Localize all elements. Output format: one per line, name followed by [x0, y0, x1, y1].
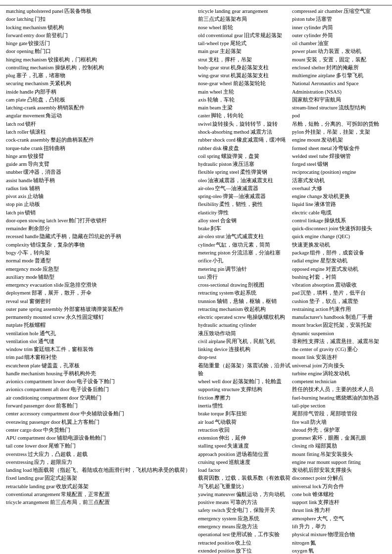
list-item: latching-crank assembly柄销装配件: [6, 104, 194, 112]
entry-zh: 对置式发动机: [326, 265, 358, 273]
entry-zh: 收起系统: [235, 289, 256, 297]
list-item: fuel-burning heating燃烧燃油的加热器: [292, 394, 386, 402]
entry-en: escutcheon plate: [6, 362, 41, 370]
list-item: friction摩擦力: [198, 394, 292, 402]
list-item: retractable landing gear收放式起落架: [6, 483, 194, 491]
list-item: enclosed shelter封闭的掩蔽所: [292, 64, 386, 72]
entry-en: ventilation slot: [6, 338, 37, 346]
entry-zh: 非刚性支撑法，减震悬挂、减震吊架: [292, 338, 379, 346]
entry-en: wheel well door: [198, 378, 232, 386]
list-item: forward passenger door前客舱门: [6, 402, 194, 410]
entry-zh: 调节油针: [225, 265, 247, 273]
entry-en: tail-wheel type: [198, 40, 229, 48]
entry-zh: 索环，眼圈，金属孔眼: [312, 434, 366, 442]
list-item: formed sheet metal冷弯钣金件: [292, 145, 386, 152]
entry-zh: 弹性: [218, 209, 229, 217]
list-item: avionics compartment aft door电子设备后舱门: [6, 386, 194, 394]
list-item: quick engine change (QEC)快速更换发动机: [292, 233, 386, 249]
entry-zh: 扭转曲柄: [44, 145, 65, 152]
entry-zh: 普通型: [35, 257, 51, 265]
entry-zh: 锁销: [25, 209, 36, 217]
entry-en: remainder: [6, 225, 27, 233]
entry-zh: 惯性: [212, 402, 223, 410]
list-item: avionics compartment lower door电子设备下舱门: [6, 378, 194, 386]
entry-en: vibration absorption: [292, 281, 334, 289]
list-item: emergency mode应急型: [6, 265, 194, 273]
list-item: spring-oleo弹簧—油液减震器: [198, 193, 292, 201]
entry-zh: 气缸，做功元素，筒简: [216, 241, 270, 249]
entry-zh: 大修: [311, 185, 322, 193]
list-item: hydraulic actuating cylinder液压致动作动筒: [198, 321, 292, 338]
list-item: grommet索环，眼圈，金属孔眼: [292, 434, 386, 442]
list-item: positive means可靠的方法: [198, 499, 292, 506]
entry-en: mount: [292, 56, 305, 64]
entry-en: formed sheet metal: [292, 145, 332, 152]
entry-zh: 过大应力，凸超载，超载: [28, 451, 88, 458]
entry-zh: 操纵线系: [324, 217, 346, 225]
list-item: engine rear mount support fitting发动机后部安装…: [292, 458, 386, 475]
entry-zh: 气动载荷: [215, 418, 237, 426]
entry-zh: 柔性，韧性，挠性: [219, 201, 263, 208]
entry-zh: 固定式起落架: [45, 474, 77, 482]
entry-en: latching-crank assembly: [6, 104, 56, 112]
entry-zh: 部署，展开，散开，开伞: [32, 289, 92, 297]
entry-zh: 脚轮，转向轮: [211, 112, 244, 120]
entry-zh: 角运动: [46, 112, 62, 120]
entry-en: caster: [198, 112, 210, 120]
entry-en: engine rear mount support fitting: [292, 458, 361, 466]
list-item: yawing maneuver偏航运动，方向动机: [198, 491, 292, 499]
entry-en: swivel: [198, 120, 211, 128]
entry-en: auxiliary mode: [6, 273, 37, 281]
entry-zh: 压缩空气室: [343, 7, 371, 15]
entry-zh: 快速拆卸接头: [340, 225, 372, 233]
entry-zh: 油液减震器，油液减震支柱: [208, 177, 273, 185]
list-item: remainder剩余部分: [6, 225, 194, 233]
entry-zh: 衬套，衬筒: [309, 273, 337, 281]
entry-en: air-oleo: [198, 185, 214, 193]
entry-en: universal joint: [292, 362, 322, 370]
list-item: door latching门扣: [6, 15, 194, 23]
entry-zh: 推力杆: [314, 506, 331, 514]
list-item: matching upholstered panel匹装备饰板: [6, 7, 194, 15]
entry-en: main gear: [198, 48, 219, 55]
entry-en: nose wheel: [198, 24, 221, 32]
list-item: controlling mechanism操纵机构，控制机构: [6, 64, 194, 72]
entry-zh: 失速速度: [227, 442, 249, 450]
entry-en: quick-disconnect joint: [292, 225, 339, 233]
list-item: pad沉垫，填料，垫片，低平台: [292, 289, 386, 297]
entry-zh: 通气缝: [38, 338, 54, 346]
entry-en: inside handle: [6, 88, 34, 96]
entry-en: multiengine airplane: [292, 72, 335, 80]
entry-en: coil spring: [198, 152, 220, 160]
entry-en: alloy steel: [198, 217, 219, 225]
entry-en: shock-absorbing method: [198, 128, 249, 136]
entry-zh: 橡皮盘: [223, 145, 239, 152]
entry-zh: 柔性弹簧钢: [240, 168, 267, 176]
entry-en: mount bracket: [292, 321, 322, 329]
entry-zh: 辅助型: [38, 273, 54, 281]
list-item: hinge arm铰接臂: [6, 152, 194, 160]
entry-en: tricycle arrangement: [6, 499, 49, 506]
entry-en: window trim: [6, 346, 33, 353]
list-item: center cargo door中央货舱门: [6, 426, 194, 434]
list-item: cock-crank assembly整起的曲柄装配件: [6, 136, 194, 144]
entry-zh: 空气—油液减震器: [215, 185, 258, 193]
entry-zh: 塞子，孔塞，堵塞物: [16, 72, 65, 80]
entry-zh: 分解点: [327, 474, 343, 482]
entry-zh: 旋转接头，旋转转节，旋转: [212, 120, 278, 128]
list-item: piston tube活塞管: [292, 15, 386, 23]
entry-en: landing load: [6, 466, 32, 474]
entry-zh: 锁杆: [25, 120, 36, 128]
entry-en: friction: [198, 394, 213, 402]
entry-en: engine mount: [292, 136, 320, 144]
entry-zh: 星型发动机: [320, 257, 347, 265]
entry-zh: 支柱，撑杆，吊架: [208, 56, 252, 64]
list-item: supporting structure支撑结构: [198, 386, 292, 394]
entry-zh: 轮轴，车轮: [207, 96, 235, 104]
list-item: mount fitting吊架安装接头: [292, 451, 386, 458]
entry-en: lift: [292, 523, 298, 531]
list-item: liquid line液体管路: [292, 201, 386, 208]
entry-zh: 分流活塞，分油柱塞: [232, 249, 281, 257]
list-item: extension伸出，延伸: [198, 434, 292, 442]
list-item: electric operated screw电操纵螺纹机构: [198, 313, 292, 321]
